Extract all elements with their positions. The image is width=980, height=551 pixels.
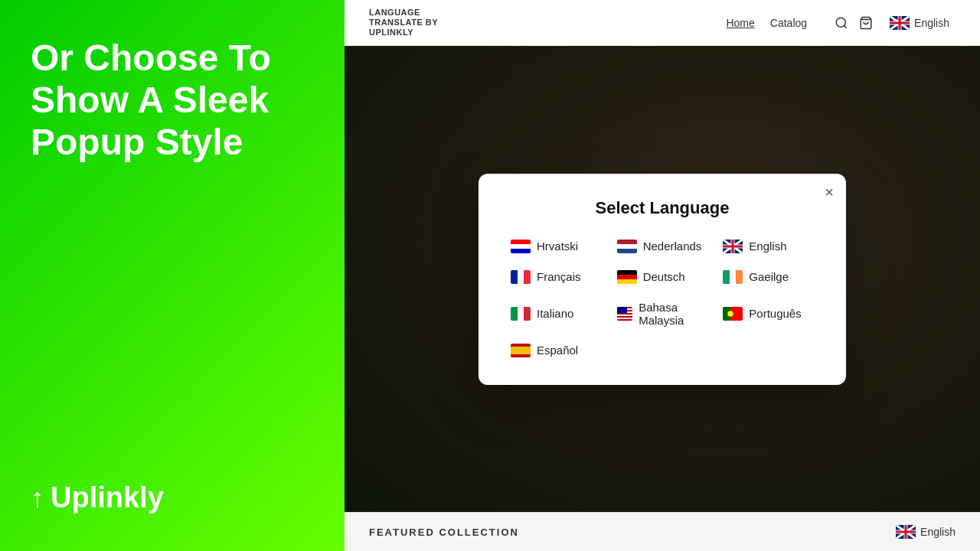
search-button[interactable] [835, 16, 848, 30]
lang-name: Nederlands [643, 240, 702, 253]
store-bottom-bar: FEATURED COLLECTION English [345, 512, 980, 551]
language-item-português[interactable]: Português [718, 298, 818, 330]
svg-rect-40 [617, 307, 627, 314]
flag-icon-flag-it [511, 307, 531, 321]
language-select-modal: × Select Language HrvatskiNederlandsEngl… [479, 174, 846, 385]
svg-line-1 [844, 25, 847, 28]
navbar-flag-icon [890, 16, 910, 30]
svg-rect-33 [518, 307, 524, 321]
modal-close-button[interactable]: × [825, 184, 834, 200]
lang-name: Italiano [537, 307, 573, 320]
cart-button[interactable] [859, 16, 873, 30]
svg-rect-25 [524, 270, 531, 284]
lang-name: Deutsch [643, 270, 685, 283]
left-headline: Or Choose To Show A Sleek Popup Style [31, 37, 314, 164]
modal-overlay[interactable]: × Select Language HrvatskiNederlandsEngl… [345, 46, 980, 512]
svg-rect-45 [511, 347, 531, 354]
flag-icon-flag-es [511, 344, 531, 357]
lang-name: Español [537, 344, 578, 357]
navbar-lang-label: English [914, 17, 949, 29]
svg-rect-23 [511, 270, 518, 284]
svg-rect-27 [617, 275, 637, 279]
svg-point-0 [836, 18, 845, 27]
search-icon [835, 16, 848, 30]
svg-rect-12 [511, 249, 531, 253]
cart-icon [859, 16, 873, 30]
language-item-italiano[interactable]: Italiano [506, 298, 606, 330]
flag-icon-flag-nl [617, 240, 637, 253]
svg-rect-38 [617, 315, 633, 316]
svg-rect-28 [617, 279, 637, 284]
bottom-lang-button[interactable]: English [896, 525, 956, 539]
flag-icon-flag-ie [723, 270, 743, 284]
svg-rect-39 [617, 318, 633, 319]
store-nav-icons: English [835, 13, 956, 33]
svg-rect-34 [524, 307, 531, 321]
language-item-deutsch[interactable]: Deutsch [612, 267, 713, 287]
language-item-nederlands[interactable]: Nederlands [612, 236, 713, 256]
svg-rect-29 [723, 270, 730, 284]
svg-rect-30 [730, 270, 736, 284]
language-item-bahasa-malaysia[interactable]: Bahasa Malaysia [612, 298, 713, 330]
brand-name: Uplinkly [51, 481, 164, 514]
navbar-lang-button[interactable]: English [884, 13, 956, 33]
language-item-hrvatski[interactable]: Hrvatski [506, 236, 606, 256]
nav-link-catalog[interactable]: Catalog [770, 17, 807, 29]
svg-point-43 [727, 311, 733, 317]
modal-title: Select Language [506, 198, 818, 218]
bottom-lang-label: English [920, 526, 956, 538]
svg-rect-10 [511, 240, 531, 244]
svg-rect-32 [511, 307, 518, 321]
svg-rect-24 [518, 270, 524, 284]
store-nav-links: Home Catalog [726, 17, 807, 29]
language-item-gaeilge[interactable]: Gaeilge [718, 267, 818, 287]
svg-rect-26 [617, 270, 637, 275]
flag-icon-flag-fr [511, 270, 531, 284]
lang-name: Bahasa Malaysia [639, 301, 707, 327]
flag-icon-flag-en [723, 240, 743, 253]
svg-rect-31 [736, 270, 743, 284]
svg-rect-14 [617, 244, 637, 249]
left-panel: Or Choose To Show A Sleek Popup Style ↑ … [0, 0, 345, 551]
lang-name: Gaeilge [749, 270, 789, 283]
bottom-flag-icon [896, 525, 916, 539]
store-hero: E________r × Select Language HrvatskiNed… [345, 46, 980, 512]
flag-icon-flag-hr [511, 240, 531, 253]
store-navbar: LANGUAGETRANSLATE BYUPLINKLY Home Catalo… [345, 0, 980, 46]
flag-icon-flag-pt [723, 307, 743, 321]
lang-name: Hrvatski [537, 240, 578, 253]
lang-name: Français [537, 270, 581, 283]
featured-collection-label: FEATURED COLLECTION [369, 527, 519, 538]
brand-arrow: ↑ [31, 482, 44, 514]
store-logo: LANGUAGETRANSLATE BYUPLINKLY [369, 8, 438, 38]
flag-icon-flag-de [617, 270, 637, 284]
right-panel: LANGUAGETRANSLATE BYUPLINKLY Home Catalo… [345, 0, 980, 551]
language-item-english[interactable]: English [718, 236, 818, 256]
lang-name: English [749, 240, 786, 253]
svg-rect-15 [617, 249, 637, 253]
language-grid: HrvatskiNederlandsEnglishFrançaisDeutsch… [506, 236, 818, 360]
language-item-français[interactable]: Français [506, 267, 606, 287]
brand-logo: ↑ Uplinkly [31, 481, 314, 514]
flag-icon-flag-my [617, 307, 633, 321]
svg-rect-13 [617, 240, 637, 244]
lang-name: Português [749, 307, 801, 320]
nav-link-home[interactable]: Home [726, 17, 754, 29]
language-item-español[interactable]: Español [506, 341, 606, 360]
svg-rect-11 [511, 244, 531, 249]
